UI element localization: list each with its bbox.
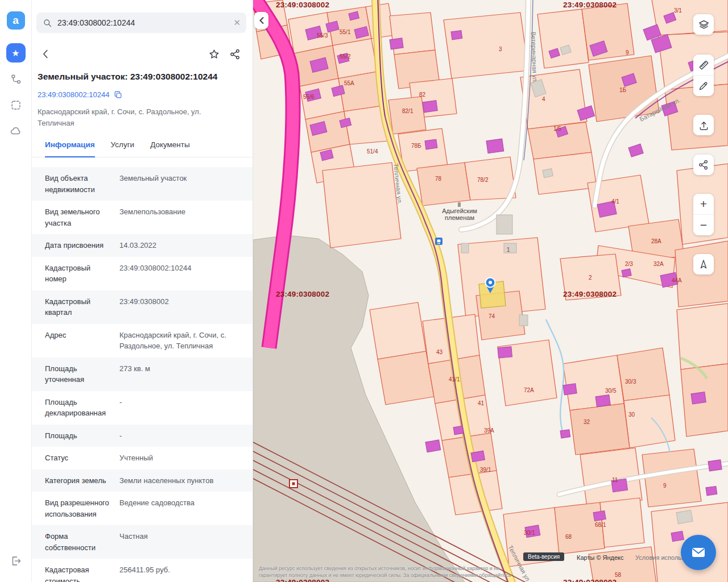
info-label: Адрес [45, 330, 112, 352]
poi-label: племенам [445, 214, 474, 221]
collapse-icon [258, 16, 265, 24]
parcel-number: 1/5 [553, 126, 561, 132]
tab-Документы[interactable]: Документы [150, 140, 190, 157]
copy-button[interactable] [113, 90, 123, 99]
info-value: Земли населенных пунктов [119, 475, 247, 487]
zoom-in-button[interactable]: + [693, 194, 714, 214]
info-row: Площадь декларированная- [32, 391, 253, 425]
info-label: Вид земельного участка [45, 206, 112, 228]
parcel-number: 4 [542, 96, 545, 102]
map-copyright[interactable]: Карты © Яндекс [577, 554, 624, 561]
parcel-number: 78Б [411, 143, 421, 149]
zoom-out-button[interactable]: − [693, 215, 714, 235]
search-input[interactable] [57, 18, 229, 27]
parcel-number: 11 [612, 477, 618, 483]
info-value: 256411.95 руб. [119, 564, 247, 582]
info-value: Земельный участок [119, 173, 247, 195]
info-value: Землепользование [119, 206, 247, 228]
parcel-number: 82 [419, 92, 426, 98]
info-row: СтатусУчтенный [32, 447, 253, 469]
parcel-number: 55/6 [303, 94, 315, 100]
sidebar-item-route[interactable] [6, 69, 26, 89]
info-row: Кадастровый номер23:49:0308002:10244 [32, 257, 253, 290]
parcel-number: 30/1 [524, 530, 535, 536]
info-row: Площадь уточненная273 кв. м [32, 357, 253, 391]
parcel-number: 28А [651, 238, 661, 244]
parcel-number: 9 [663, 483, 667, 489]
info-value: 23:49:0308002:10244 [119, 263, 247, 285]
locate-button[interactable] [693, 254, 714, 275]
back-button[interactable] [40, 48, 52, 60]
info-label: Дата присвоения [45, 240, 112, 251]
map-canvas[interactable]: 23:49:030800223:49:030800223:49:03080022… [253, 0, 728, 582]
info-value: Частная [119, 531, 247, 553]
search-icon [42, 18, 53, 28]
cadastral-number-link[interactable]: 23:49:0308002:10244 [38, 90, 110, 99]
clear-search-button[interactable]: ✕ [233, 18, 241, 28]
parcel-number: 58 [615, 572, 622, 578]
favorite-button[interactable] [208, 48, 220, 60]
info-label: Площадь уточненная [45, 363, 112, 385]
chat-icon [688, 542, 709, 563]
info-label: Кадастровый квартал [45, 296, 112, 318]
tab-Услуги[interactable]: Услуги [111, 140, 135, 157]
info-row: Кадастровая стоимость256411.95 руб. [32, 559, 253, 582]
app-logo[interactable]: a [7, 11, 25, 30]
info-label: Категория земель [45, 475, 112, 487]
upload-button[interactable] [693, 115, 714, 135]
quarter-label: 23:49:0308002 [563, 1, 617, 9]
info-label: Кадастровый номер [45, 263, 112, 285]
panel-header [40, 48, 241, 60]
parcel-number: 55/2 [340, 53, 351, 60]
info-label: Площадь декларированная [45, 397, 112, 419]
map-attribution: Данный ресурс использует сведения из отк… [259, 565, 611, 579]
collapse-panel-button[interactable] [254, 12, 268, 29]
info-label: Вид объекта недвижимости [45, 173, 112, 195]
sidebar-item-select-area[interactable] [6, 95, 26, 115]
info-row: Вид объекта недвижимостиЗемельный участо… [32, 167, 253, 201]
info-row: Площадь- [32, 425, 253, 447]
info-panel: ✕ Земельный участок: 23:49:03080 [32, 0, 253, 582]
measure-button[interactable] [693, 55, 714, 75]
parcel-number: 1 [507, 247, 510, 253]
parcel-number: 32 [584, 419, 590, 425]
sidebar-item-favorites[interactable]: ★ [6, 43, 26, 63]
exit-button[interactable] [6, 551, 26, 571]
info-value: Учтенный [119, 452, 247, 464]
icon-rail: a ★ [0, 0, 32, 582]
info-label: Статус [45, 452, 112, 464]
info-row: Вид земельного участкаЗемлепользование [32, 201, 253, 234]
parcel-number: 78/2 [477, 177, 489, 183]
info-row: АдресКраснодарский край, г. Сочи, с. Раз… [32, 324, 253, 357]
cloud-icon [10, 125, 22, 138]
sidebar-item-weather[interactable] [6, 122, 26, 141]
chat-button[interactable] [681, 535, 716, 570]
quarter-label: 23:49:0308002 [276, 1, 329, 9]
info-label: Кадастровая стоимость [45, 564, 112, 582]
map-share-button[interactable] [693, 155, 714, 175]
layers-button[interactable] [693, 14, 714, 35]
parcel-number: 39/1 [480, 467, 491, 473]
edit-icon [698, 80, 709, 92]
search-bar: ✕ [36, 13, 246, 33]
parcel-number: 1Б [619, 87, 627, 93]
parcel-number: 2 [589, 275, 592, 281]
parcel-number: 44А [672, 277, 682, 284]
edit-button[interactable] [693, 76, 714, 96]
info-row: Вид разрешенного использованияВедение са… [32, 492, 253, 525]
poi-label: Адыгейским [442, 207, 477, 214]
parcel-number: 41 [478, 400, 485, 406]
parcel-number: 3/1 [674, 7, 682, 14]
parcel-number: 72А [524, 387, 534, 393]
info-value: 23:49:0308002 [119, 296, 247, 318]
parcel-number: 4/1 [611, 198, 619, 205]
exit-icon [10, 555, 22, 567]
quarter-label: 23:49:0308002 [563, 290, 617, 298]
parcel-number: 3 [499, 46, 502, 52]
share-button[interactable] [229, 48, 241, 60]
parcel-number: 30 [628, 411, 635, 418]
app-window: a ★ [0, 0, 728, 582]
upload-icon [698, 119, 710, 131]
tab-Информация[interactable]: Информация [45, 140, 95, 157]
info-row: Категория земельЗемли населенных пунктов [32, 469, 253, 492]
